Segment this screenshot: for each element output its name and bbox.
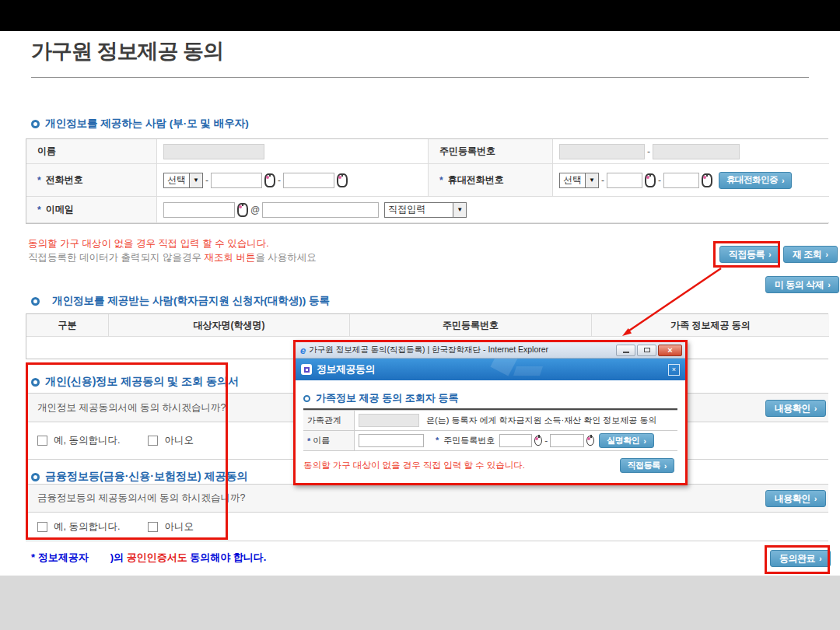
column-header-family-consent: 가족 정보제공 동의 [592,314,829,337]
direct-register-button[interactable]: 직접등록 › [719,246,780,263]
phone-prefix-select-value: 선택 [164,173,189,187]
section-bullet-icon [31,120,40,128]
mobile-prefix-select[interactable]: 선택 ▼ [559,173,599,188]
relation-input-masked [359,414,419,427]
notice-line-2: 직접등록한 데이터가 출력되지 않을경우 재조회 버튼을 사용하세요 [28,251,317,264]
close-button[interactable]: × [658,345,682,356]
button-arrow-icon: › [819,554,821,563]
financial-consent-header: 금융정보등(금융·신용·보험정보) 제공동의 [31,470,248,484]
popup-rrn-label: * 주민등록번호 [436,435,495,446]
popup-section-title: 가족정보 제공 동의 조회자 등록 [316,391,458,405]
phone-mid-input[interactable] [211,173,262,188]
button-label: 실명확인 [607,435,639,446]
ie-titlebar[interactable]: e 가구원 정보제공 동의(직접등록) | 한국장학재단 - Internet … [296,342,685,359]
dash-separator: - [278,175,281,186]
mobile-mid-input[interactable] [607,173,642,188]
popup-rrn-back-input[interactable] [550,434,584,447]
footer-note-prefix: * 정보제공자 [31,551,89,563]
required-mark: * [37,205,41,215]
mouse-input-icon[interactable] [337,173,348,187]
button-label: 직접등록 [729,248,765,261]
dropdown-arrow-icon[interactable]: ▼ [453,203,466,217]
maximize-button[interactable] [637,345,656,356]
footer-note-suffix: 동의해야 합니다. [187,551,267,563]
dropdown-arrow-icon[interactable]: ▼ [585,173,598,187]
mouse-input-icon[interactable] [264,173,275,187]
popup-section-header: 가족정보 제공 동의 조회자 등록 [303,391,677,405]
top-black-bar [0,0,840,31]
mouse-input-icon[interactable] [237,203,248,217]
mouse-input-icon[interactable] [534,436,542,446]
button-arrow-icon: › [825,250,828,259]
relation-row: 가족관계 은(는) 등록자 에게 학자금지원 소득·재산 확인 정보제공 동의 [303,410,677,431]
email-domain-select-value: 직접입력 [385,203,429,217]
dialog-icon-glyph [304,367,310,373]
button-label: 휴대전화인증 [726,174,778,186]
verify-name-button[interactable]: 실명확인 › [599,433,653,448]
popup-register-button[interactable]: 직접등록 › [620,458,674,473]
section-bullet-icon [31,378,40,387]
at-symbol: @ [250,205,260,215]
delete-nonconsent-button[interactable]: 미 동의 삭제 › [765,276,839,293]
popup-window-title: 가구원 정보제공 동의(직접등록) | 한국장학재단 - Internet Ex… [309,345,614,355]
financial-no-label: 아니오 [164,520,194,534]
email-id-input[interactable] [163,202,235,218]
name-label-text: 이름 [37,145,56,158]
email-domain-input[interactable] [262,202,379,218]
button-arrow-icon: › [782,176,784,185]
mobile-last-input[interactable] [663,173,699,188]
footer-note: * 정보제공자)의 공인인증서도 동의해야 합니다. [31,551,266,565]
title-divider [31,77,809,78]
rrn-label: 주민등록번호 [429,139,553,164]
requery-button[interactable]: 재 조회 › [783,246,838,263]
financial-yes-checkbox[interactable] [37,522,47,532]
credit-consent-question: 개인정보 제공동의서에 동의 하시겠습니까? [37,401,226,415]
notice-line-2-prefix: 직접등록한 데이터가 출력되지 않을경우 [28,252,204,263]
financial-consent-title: 금융정보등(금융·신용·보험정보) 제공동의 [45,470,248,484]
phone-label: * 전화번호 [26,164,157,197]
credit-confirm-button[interactable]: 내용확인 › [765,400,826,417]
button-arrow-icon: › [814,494,817,503]
credit-no-checkbox[interactable] [148,436,158,446]
mobile-label: * 휴대전화번호 [429,164,553,197]
popup-close-icon[interactable]: × [668,364,680,376]
phone-label-text: 전화번호 [46,173,83,187]
mouse-input-icon[interactable] [645,173,656,187]
popup-notice: 동의할 가구 대상이 없을 경우 직접 입력 할 수 있습니다. [303,460,525,471]
required-mark: * [439,175,443,186]
phone-last-input[interactable] [283,173,334,188]
financial-no-checkbox[interactable] [148,522,158,532]
popup-window: e 가구원 정보제공 동의(직접등록) | 한국장학재단 - Internet … [293,340,688,485]
screen-root: 가구원 정보제공 동의 개인정보를 제공하는 사람 (부·모 및 배우자) 이름… [0,0,840,630]
financial-consent-question: 금융정보등의 제공동의서에 동의 하시겠습니까? [37,492,245,505]
popup-name-input[interactable] [359,434,424,447]
mouse-input-icon[interactable] [586,436,594,446]
phone-prefix-select[interactable]: 선택 ▼ [163,173,203,188]
required-mark: * [436,436,439,445]
rrn-back-input-masked [653,144,740,159]
popup-notice-row: 동의할 가구 대상이 없을 경우 직접 입력 할 수 있습니다. 직접등록 › [303,458,677,473]
financial-confirm-button[interactable]: 내용확인 › [765,490,826,507]
financial-consent-question-row: 금융정보등의 제공동의서에 동의 하시겠습니까? 내용확인 › [26,484,828,513]
button-label: 미 동의 삭제 [775,278,824,292]
notice-line-2-highlight: 재조회 버튼 [204,252,255,263]
credit-consent-title: 개인(신용)정보 제공동의 및 조회 동의서 [45,375,239,389]
credit-yes-checkbox[interactable] [37,436,47,446]
credit-yes-label: 예, 동의합니다. [54,434,120,447]
name-label: 이름 [26,139,157,164]
minimize-button[interactable] [616,345,635,356]
popup-rrn-front-input[interactable] [499,434,532,447]
internet-explorer-icon: e [300,345,306,356]
bottom-gray-bar [0,576,840,630]
popup-rrn-label-text: 주민등록번호 [443,436,495,445]
button-label: 동의완료 [779,552,815,565]
section-bullet-icon [303,395,310,402]
relation-label: 가족관계 [303,411,355,430]
email-domain-select[interactable]: 직접입력 ▼ [384,202,467,218]
popup-name-label: * 이름 [303,431,355,450]
mobile-verify-button[interactable]: 휴대전화인증 › [719,172,792,189]
consent-complete-button[interactable]: 동의완료 › [770,550,831,567]
mouse-input-icon[interactable] [702,173,712,187]
dropdown-arrow-icon[interactable]: ▼ [189,173,202,187]
email-label: * 이메일 [26,197,157,223]
